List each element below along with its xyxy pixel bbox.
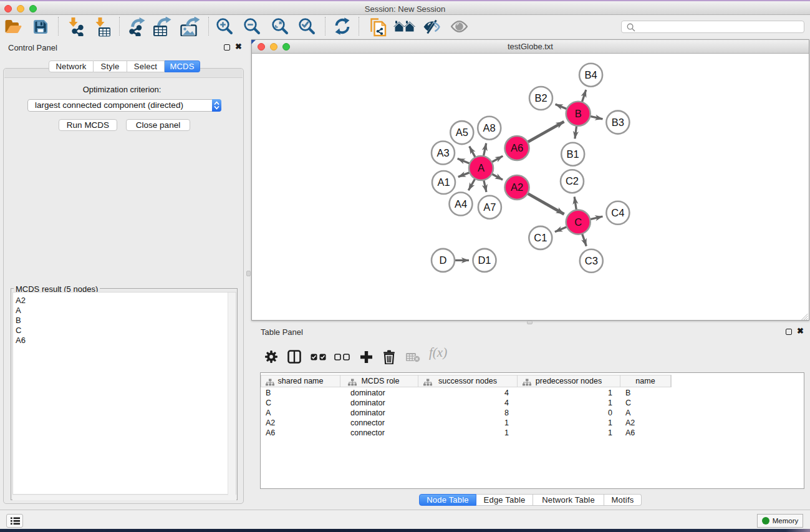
svg-text:A2: A2 (511, 181, 523, 193)
svg-text:B3: B3 (612, 117, 624, 128)
svg-text:A: A (478, 162, 485, 173)
svg-text:A3: A3 (436, 147, 449, 158)
svg-text:A7: A7 (483, 201, 496, 213)
svg-text:D1: D1 (478, 254, 491, 266)
svg-text:C1: C1 (534, 232, 547, 243)
svg-text:A1: A1 (437, 177, 450, 188)
svg-text:B2: B2 (534, 92, 547, 104)
svg-text:B4: B4 (585, 69, 597, 80)
svg-text:A6: A6 (511, 142, 523, 153)
svg-text:A8: A8 (483, 122, 496, 133)
svg-text:C: C (574, 216, 582, 228)
svg-text:C2: C2 (566, 175, 579, 186)
svg-text:D: D (440, 254, 447, 266)
svg-text:B1: B1 (567, 148, 579, 160)
svg-text:C3: C3 (585, 255, 598, 266)
svg-text:B: B (575, 108, 582, 119)
svg-text:A5: A5 (456, 127, 468, 138)
svg-text:A4: A4 (455, 198, 467, 210)
svg-text:C4: C4 (611, 207, 624, 218)
